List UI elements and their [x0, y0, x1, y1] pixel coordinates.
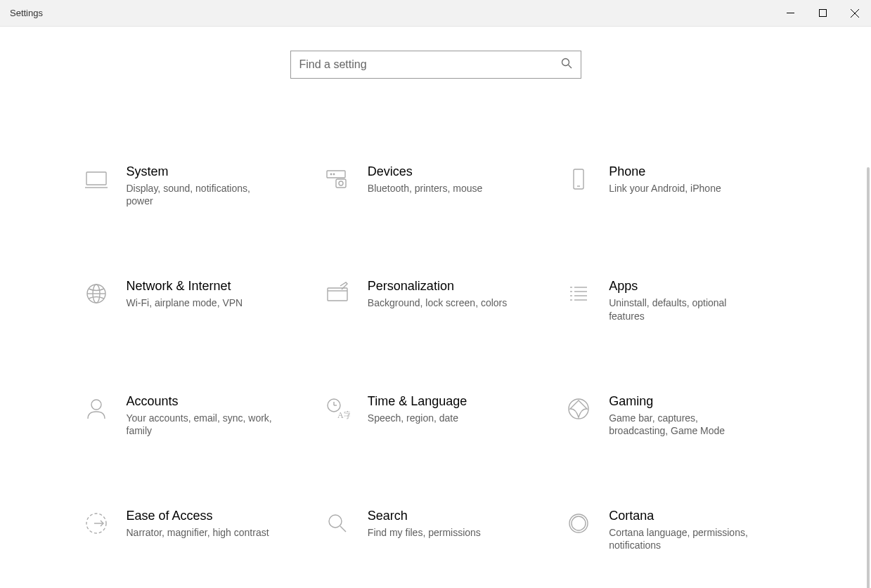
tile-desc: Background, lock screen, colors: [368, 296, 507, 309]
maximize-button[interactable]: [806, 0, 839, 26]
search-category-icon: [323, 509, 352, 538]
content-area: System Display, sound, notifications, po…: [0, 27, 871, 588]
tile-desc: Link your Android, iPhone: [609, 182, 721, 195]
app-title: Settings: [0, 8, 43, 18]
tile-system[interactable]: System Display, sound, notifications, po…: [77, 162, 311, 210]
search-icon: [561, 58, 572, 72]
tile-title: Cortana: [609, 509, 756, 523]
tile-title: Time & Language: [368, 394, 467, 409]
tile-accounts[interactable]: Accounts Your accounts, email, sync, wor…: [77, 391, 311, 440]
tile-cortana[interactable]: Cortana Cortana language, permissions, n…: [560, 506, 794, 554]
tile-title: Ease of Access: [127, 509, 269, 523]
tile-title: Devices: [368, 164, 482, 179]
gaming-icon: [564, 394, 593, 424]
title-bar: Settings: [0, 0, 871, 27]
tile-title: Gaming: [609, 394, 756, 409]
tile-personalization[interactable]: Personalization Background, lock screen,…: [318, 276, 553, 325]
devices-icon: [323, 164, 352, 194]
svg-point-36: [329, 515, 342, 528]
tile-search[interactable]: Search Find my files, permissions: [318, 506, 553, 554]
settings-grid: System Display, sound, notifications, po…: [77, 162, 794, 588]
svg-point-10: [330, 174, 331, 174]
tile-phone[interactable]: Phone Link your Android, iPhone: [560, 162, 794, 210]
tile-desc: Bluetooth, printers, mouse: [368, 182, 482, 195]
svg-rect-8: [327, 171, 345, 178]
system-icon: [82, 164, 111, 194]
tile-title: Accounts: [127, 394, 274, 409]
svg-point-28: [91, 400, 101, 410]
cortana-icon: [564, 509, 593, 538]
personalization-icon: [323, 279, 352, 308]
svg-text:A字: A字: [337, 410, 350, 420]
svg-point-39: [572, 516, 586, 530]
svg-rect-1: [819, 10, 826, 17]
tile-devices[interactable]: Devices Bluetooth, printers, mouse: [318, 162, 553, 210]
svg-rect-18: [328, 288, 347, 301]
close-icon: [851, 9, 859, 18]
apps-icon: [564, 279, 593, 308]
tile-desc: Speech, region, date: [368, 412, 467, 424]
tile-title: Apps: [609, 279, 756, 294]
search-input[interactable]: [299, 58, 561, 71]
minimize-icon: [787, 9, 794, 17]
scrollbar[interactable]: [867, 167, 870, 588]
tile-desc: Wi-Fi, airplane mode, VPN: [127, 296, 243, 309]
window-controls: [774, 0, 871, 26]
tile-network[interactable]: Network & Internet Wi-Fi, airplane mode,…: [77, 276, 311, 325]
tile-desc: Uninstall, defaults, optional features: [609, 296, 756, 322]
tile-desc: Display, sound, notifications, power: [127, 182, 274, 207]
svg-line-37: [340, 526, 346, 532]
minimize-button[interactable]: [774, 0, 806, 26]
tile-title: Personalization: [368, 279, 507, 294]
accounts-icon: [82, 394, 111, 424]
tile-desc: Your accounts, email, sync, work, family: [127, 412, 274, 437]
tile-time-language[interactable]: A字 Time & Language Speech, region, date: [318, 391, 553, 440]
tile-desc: Game bar, captures, broadcasting, Game M…: [609, 412, 756, 437]
tile-desc: Cortana language, permissions, notificat…: [609, 526, 756, 551]
maximize-icon: [819, 9, 827, 17]
svg-rect-9: [336, 179, 346, 188]
tile-gaming[interactable]: Gaming Game bar, captures, broadcasting,…: [560, 391, 794, 440]
svg-point-11: [333, 174, 334, 174]
close-button[interactable]: [839, 0, 871, 26]
tile-title: Search: [368, 509, 481, 523]
scrollbar-thumb[interactable]: [867, 167, 870, 588]
svg-point-38: [569, 514, 588, 533]
tile-desc: Find my files, permissions: [368, 526, 481, 539]
ease-of-access-icon: [82, 509, 111, 538]
tile-title: Network & Internet: [127, 279, 243, 294]
svg-point-4: [562, 59, 569, 66]
tile-title: Phone: [609, 164, 721, 179]
tile-apps[interactable]: Apps Uninstall, defaults, optional featu…: [560, 276, 794, 325]
network-icon: [82, 279, 111, 308]
svg-rect-6: [86, 172, 106, 185]
phone-icon: [564, 164, 593, 194]
tile-title: System: [127, 164, 274, 179]
time-language-icon: A字: [323, 394, 352, 424]
search-box[interactable]: [290, 51, 581, 79]
svg-line-5: [568, 65, 572, 69]
tile-desc: Narrator, magnifier, high contrast: [127, 526, 269, 539]
tile-ease-of-access[interactable]: Ease of Access Narrator, magnifier, high…: [77, 506, 311, 554]
svg-point-12: [339, 181, 343, 185]
